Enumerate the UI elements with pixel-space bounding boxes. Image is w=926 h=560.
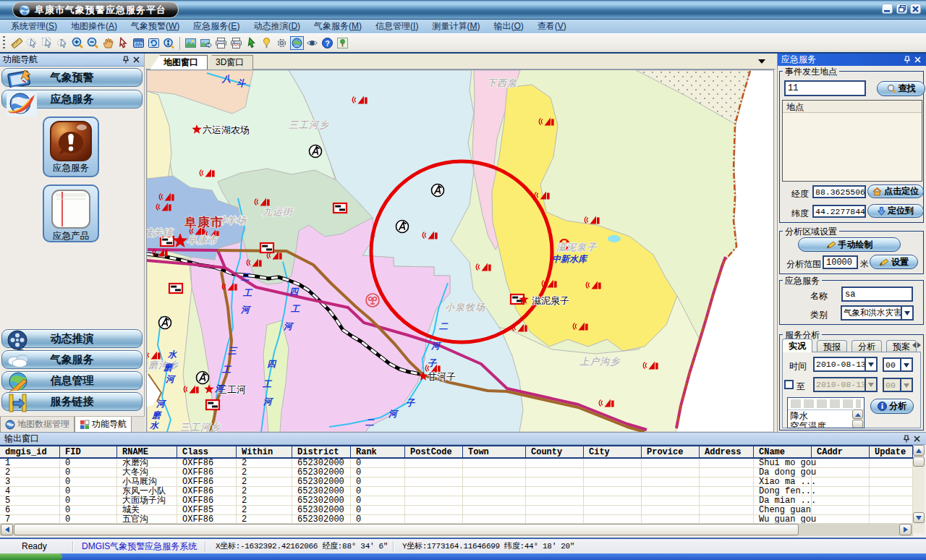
minimize-button[interactable]	[882, 4, 893, 14]
map-tab-3d[interactable]: 3D窗口	[202, 55, 253, 69]
tree-icon[interactable]	[336, 36, 349, 50]
table-column-header[interactable]: City	[584, 446, 642, 457]
close-icon[interactable]	[912, 55, 922, 65]
nav-group-info-management[interactable]: 信息管理	[1, 371, 143, 390]
big-button-emergency-service[interactable]: 应急服务	[43, 116, 99, 177]
table-column-header[interactable]: dmgis_id	[0, 446, 60, 457]
pin-icon[interactable]	[260, 36, 273, 50]
map-viewport[interactable]: 三工河乡下西泉九运街城关镇阜康市种羊场小泉牧场上户沟乡水磨沟乡三工河乡滋泥泉子六…	[146, 69, 774, 433]
print-icon[interactable]	[214, 36, 228, 50]
map-camp-icon[interactable]	[197, 372, 209, 384]
name-input[interactable]: sa	[841, 287, 913, 302]
pan-icon[interactable]	[101, 36, 115, 50]
select-rect-icon[interactable]	[41, 36, 54, 50]
location-list[interactable]: 地点	[782, 100, 922, 182]
menu-item[interactable]: 气象服务(M)	[309, 19, 367, 34]
panel-tab-function-nav[interactable]: 功能导航	[75, 417, 132, 433]
menu-item[interactable]: 系统管理(S)	[6, 19, 62, 34]
full-extent-icon[interactable]	[132, 36, 145, 50]
table-column-header[interactable]: Provice	[642, 446, 700, 457]
identify-icon[interactable]	[162, 36, 176, 50]
table-column-header[interactable]: Town	[463, 446, 526, 457]
list-item[interactable]: 降水	[790, 411, 862, 421]
help-icon[interactable]: ?	[320, 36, 334, 50]
output-table[interactable]: dmgis_idFIDRNAMEClassWithinDistrictRankP…	[0, 445, 913, 523]
pin-icon[interactable]	[902, 55, 912, 65]
pin-icon[interactable]	[901, 433, 912, 444]
map-camp-icon[interactable]	[310, 145, 322, 158]
set-button[interactable]: 设置	[870, 255, 918, 269]
globe-icon[interactable]	[290, 36, 304, 50]
hour2-combobox[interactable]: 00	[883, 378, 913, 392]
date2-combobox[interactable]: 2010-08-13	[813, 377, 878, 392]
nav-group-service-links[interactable]: 服务链接	[1, 392, 143, 411]
table-column-header[interactable]: County	[526, 446, 584, 457]
measure-icon[interactable]	[10, 36, 24, 50]
restore-button[interactable]	[896, 4, 907, 14]
table-column-header[interactable]: CAddr	[812, 446, 870, 457]
menu-item[interactable]: 应急服务(E)	[188, 19, 245, 34]
select-lasso-icon[interactable]	[56, 36, 69, 50]
chevron-down-icon[interactable]	[758, 59, 765, 67]
nav-group-weather-service[interactable]: 气象服务	[1, 350, 143, 369]
map-mine-icon[interactable]	[334, 203, 347, 213]
nav-group-dynamic-deduction[interactable]: 动态推演	[1, 329, 143, 348]
pin-icon[interactable]	[121, 55, 131, 65]
menu-item[interactable]: 动态推演(D)	[248, 19, 305, 34]
close-icon[interactable]	[131, 55, 141, 65]
search-button[interactable]: 查找	[877, 81, 925, 96]
locate-button[interactable]: 点击定位	[867, 184, 924, 198]
menu-item[interactable]: 气象预警(W)	[126, 19, 184, 34]
lat-input[interactable]: 44.22778446	[812, 205, 866, 218]
panel-tab-map-data[interactable]: 地图数据管理	[0, 417, 75, 433]
vertical-scrollbar[interactable]	[913, 445, 925, 533]
nav-group-emergency-service[interactable]: 应急服务	[1, 90, 143, 109]
goto-button[interactable]: 定位到	[867, 204, 924, 218]
map-camp-icon[interactable]	[159, 317, 171, 329]
menu-item[interactable]: 输出(O)	[488, 19, 528, 34]
close-icon[interactable]	[910, 4, 921, 14]
manual-draw-button[interactable]: 手动绘制	[798, 237, 901, 252]
chevron-down-icon[interactable]	[900, 359, 912, 370]
list-item[interactable]: 空气温度	[790, 421, 862, 428]
map-tab-2d[interactable]: 地图窗口	[150, 55, 208, 69]
settings-icon[interactable]	[275, 36, 289, 50]
print-color-icon[interactable]	[229, 36, 243, 50]
select-ellipse-icon[interactable]	[25, 36, 39, 50]
table-column-header[interactable]: RNAME	[117, 446, 177, 457]
tab-scroll-arrows[interactable]	[909, 342, 924, 348]
pointer-green-icon[interactable]	[245, 36, 258, 50]
nav-group-weather-warning[interactable]: 气象预警	[1, 68, 143, 87]
menu-item[interactable]: 信息管理(I)	[370, 19, 423, 34]
type-combobox[interactable]: 气象和洪水灾害	[841, 305, 914, 321]
export-map-icon[interactable]	[199, 36, 213, 50]
image-icon[interactable]	[184, 36, 197, 50]
lon-input[interactable]: 88.36255065	[812, 185, 866, 198]
start-button[interactable]	[0, 553, 62, 560]
range-input[interactable]: 10000	[823, 255, 858, 269]
big-button-emergency-product[interactable]: 应急产品	[43, 184, 99, 242]
analysis-tab-1[interactable]: 预报	[817, 340, 847, 352]
table-row[interactable]: 70五官沟OXFF8626523020000Wu guan gou	[0, 515, 913, 523]
table-column-header[interactable]: District	[292, 446, 351, 457]
table-column-header[interactable]: Address	[700, 446, 754, 457]
table-column-header[interactable]: Rank	[351, 446, 405, 457]
table-column-header[interactable]: Within	[237, 446, 292, 457]
table-column-header[interactable]: Class	[177, 446, 237, 457]
map-mine-icon[interactable]	[206, 400, 219, 410]
menu-item[interactable]: 地图操作(A)	[66, 19, 122, 34]
element-listbox[interactable]: 降水空气温度	[787, 397, 865, 428]
table-column-header[interactable]: FID	[60, 446, 117, 457]
zoom-in-icon[interactable]	[71, 36, 85, 50]
map-camp-icon[interactable]	[432, 184, 444, 197]
date-combobox[interactable]: 2010-08-13	[813, 357, 878, 372]
refresh-icon[interactable]	[147, 36, 161, 50]
chevron-down-icon[interactable]	[901, 307, 912, 319]
table-column-header[interactable]: CName	[754, 446, 812, 457]
zoom-out-icon[interactable]	[86, 36, 100, 50]
horizontal-scrollbar[interactable]	[0, 523, 913, 536]
chevron-down-icon[interactable]	[865, 358, 876, 370]
listbox-scrollbar[interactable]	[852, 410, 863, 427]
map-camp-icon[interactable]	[396, 221, 409, 233]
map-mine-icon[interactable]	[260, 243, 273, 253]
